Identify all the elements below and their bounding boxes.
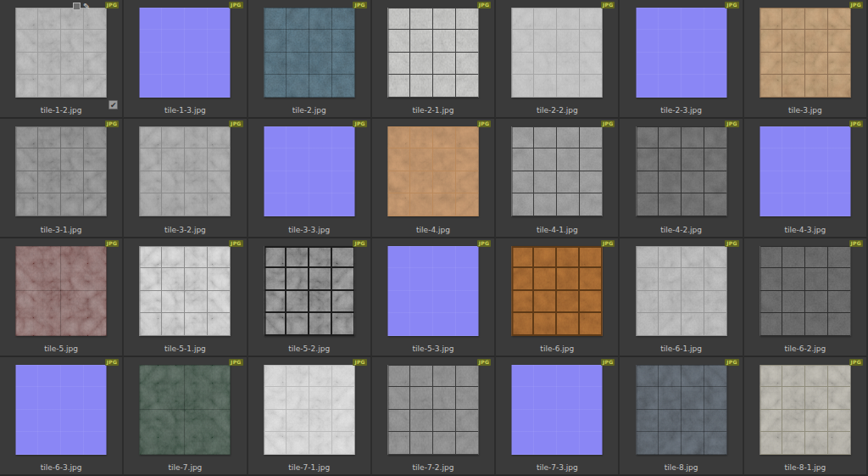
file-type-badge: JPG [353, 2, 366, 8]
file-cell[interactable]: JPGtile-2-3.jpg [620, 0, 743, 119]
thumbnail-image[interactable] [512, 365, 603, 455]
file-cell[interactable]: JPGtile-5-1.jpg [124, 238, 248, 357]
thumbnail-image[interactable] [636, 246, 726, 336]
file-cell[interactable]: JPGtile-3-2.jpg [124, 119, 248, 238]
thumbnail-image[interactable] [16, 365, 107, 455]
file-cell[interactable]: JPGtile-4-2.jpg [620, 119, 743, 238]
file-cell[interactable]: JPGtile-5-2.jpg [248, 238, 372, 357]
file-cell[interactable]: JPGtile-3-3.jpg [248, 119, 372, 238]
thumbnail-image[interactable] [636, 126, 726, 216]
file-cell[interactable]: JPGtile-6-2.jpg [744, 238, 868, 357]
thumbnail-image[interactable] [387, 126, 478, 216]
file-type-badge: JPG [477, 359, 491, 366]
file-name-label: tile-2-3.jpg [620, 106, 742, 115]
file-name-label: tile-7-2.jpg [372, 463, 494, 472]
file-type-badge: JPG [849, 120, 863, 127]
tile-grout-lines [512, 126, 603, 216]
file-cell[interactable]: JPGtile-7-1.jpg [248, 357, 372, 476]
tile-grout-lines [636, 365, 726, 455]
file-type-badge: JPG [477, 240, 491, 247]
file-cell[interactable]: JPGtile-2.jpg [248, 0, 372, 119]
tile-grout-lines [387, 365, 478, 455]
thumbnail-image[interactable] [760, 365, 850, 455]
file-cell[interactable]: JPGtile-3.jpg [744, 0, 868, 119]
thumbnail-image[interactable] [140, 365, 231, 455]
file-cell[interactable]: JPGtile-4-3.jpg [744, 119, 868, 238]
file-name-label: tile-7-3.jpg [496, 463, 618, 472]
file-name-label: tile-2-1.jpg [372, 106, 494, 115]
file-name-label: tile-7-1.jpg [248, 463, 370, 472]
file-name-label: tile-5.jpg [0, 344, 122, 353]
file-name-label: tile-3-2.jpg [124, 226, 246, 234]
thumbnail-image[interactable] [264, 365, 354, 455]
tile-grout-lines [264, 365, 354, 455]
file-name-label: tile-8.jpg [620, 463, 742, 472]
selection-checkbox[interactable]: ✔ [108, 100, 118, 109]
file-cell[interactable]: JPGtile-3-1.jpg [0, 119, 124, 238]
thumbnail-image[interactable] [387, 8, 478, 98]
file-type-badge: JPG [477, 120, 491, 127]
file-cell[interactable]: JPGtile-4.jpg [372, 119, 496, 238]
file-cell[interactable]: JPGtile-8-1.jpg [744, 357, 868, 476]
file-type-badge: JPG [849, 359, 863, 366]
tile-grout-lines [140, 8, 231, 98]
file-type-badge: JPG [229, 359, 242, 366]
thumbnail-image[interactable] [636, 365, 726, 455]
file-type-badge: JPG [229, 120, 242, 127]
file-cell[interactable]: JPGtile-2-2.jpg [496, 0, 620, 119]
file-name-label: tile-7.jpg [124, 463, 246, 472]
thumbnail-image[interactable] [512, 246, 603, 336]
thumbnail-image[interactable] [140, 126, 231, 216]
file-type-badge: JPG [849, 240, 863, 247]
tile-grout-lines [760, 126, 850, 216]
file-cell[interactable]: JPGtile-6.jpg [496, 238, 620, 357]
thumbnail-image[interactable] [387, 365, 478, 455]
file-cell[interactable]: JPGtile-5.jpg [0, 238, 124, 357]
file-cell[interactable]: JPGtile-1-3.jpg [124, 0, 248, 119]
thumbnail-image[interactable] [760, 246, 850, 336]
tile-grout-lines [760, 246, 850, 336]
file-cell[interactable]: JPGtile-6-3.jpg [0, 357, 124, 476]
thumbnail-image[interactable] [264, 126, 354, 216]
thumbnail-image[interactable] [387, 246, 478, 336]
thumbnail-image[interactable] [140, 246, 231, 336]
tile-grout-lines [636, 126, 726, 216]
file-cell[interactable]: JPGtile-7-2.jpg [372, 357, 496, 476]
thumbnail-image[interactable] [512, 8, 603, 98]
file-name-label: tile-4-1.jpg [496, 226, 618, 234]
edit-pencil-icon[interactable]: ✎ [83, 2, 90, 11]
file-type-badge: JPG [725, 359, 738, 366]
file-name-label: tile-3.jpg [744, 106, 866, 115]
file-cell[interactable]: JPGtile-1-2.jpg✎✔ [0, 0, 124, 119]
thumbnail-image[interactable] [760, 126, 850, 216]
file-type-badge: JPG [601, 359, 615, 366]
preview-icon[interactable] [73, 3, 81, 10]
file-name-label: tile-6-2.jpg [744, 344, 866, 353]
thumbnail-image[interactable] [16, 126, 107, 216]
file-name-label: tile-1-3.jpg [124, 106, 246, 115]
file-cell[interactable]: JPGtile-7-3.jpg [496, 357, 620, 476]
thumbnail-image[interactable] [140, 8, 231, 98]
file-cell[interactable]: JPGtile-5-3.jpg [372, 238, 496, 357]
file-cell[interactable]: JPGtile-7.jpg [124, 357, 248, 476]
file-name-label: tile-8-1.jpg [744, 463, 866, 472]
tile-grout-lines [636, 246, 726, 336]
file-name-label: tile-5-3.jpg [372, 344, 494, 353]
tile-grout-lines [16, 126, 107, 216]
file-cell[interactable]: JPGtile-2-1.jpg [372, 0, 496, 119]
file-name-label: tile-6.jpg [496, 344, 618, 353]
file-name-label: tile-2.jpg [248, 106, 370, 115]
tile-grout-lines [140, 126, 231, 216]
thumbnail-image[interactable] [636, 8, 726, 98]
thumbnail-image[interactable] [264, 246, 354, 336]
thumbnail-image[interactable] [16, 8, 107, 98]
file-cell[interactable]: JPGtile-6-1.jpg [620, 238, 743, 357]
file-cell[interactable]: JPGtile-4-1.jpg [496, 119, 620, 238]
thumbnail-image[interactable] [264, 8, 354, 98]
file-cell[interactable]: JPGtile-8.jpg [620, 357, 743, 476]
thumbnail-image[interactable] [760, 8, 850, 98]
thumbnail-image[interactable] [512, 126, 603, 216]
file-name-label: tile-6-3.jpg [0, 463, 122, 472]
file-name-label: tile-3-3.jpg [248, 226, 370, 234]
thumbnail-image[interactable] [16, 246, 107, 336]
